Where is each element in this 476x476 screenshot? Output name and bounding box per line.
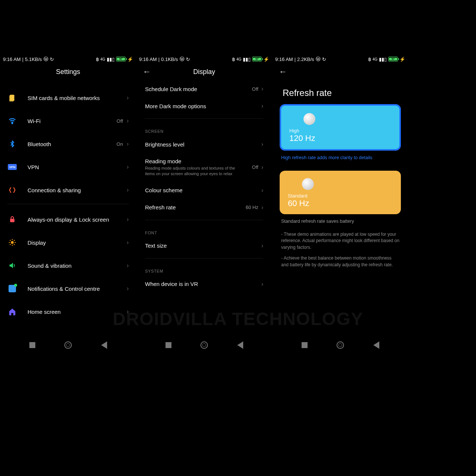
home-button[interactable] [200,341,208,349]
chevron-right-icon: › [127,285,129,292]
chevron-right-icon: › [127,187,129,193]
refresh-note-standard: Standard refresh rate saves battery [272,217,408,231]
display-item-label: Schedule Dark mode [145,86,252,92]
recent-apps-button[interactable] [302,342,308,348]
display-item-refresh[interactable]: Refresh rate 60 Hz › [136,199,272,216]
signal-icon: 4G [100,57,105,61]
refresh-hz-value: 60 Hz [288,199,393,208]
home-button[interactable] [64,341,72,349]
vpn-icon: VPN [7,162,17,172]
bluetooth-icon: ฿ [96,57,99,62]
settings-item-bluetooth[interactable]: Bluetooth On › [0,132,136,155]
sync-icon: ↻ [322,57,326,62]
chevron-right-icon: › [127,308,129,315]
refresh-option-standard[interactable]: Standard 60 Hz [280,171,401,214]
signal-bars-icon: ▮▮▯ [243,57,251,62]
display-item-more-dark[interactable]: More Dark mode options › [136,97,272,115]
settings-item-label: SIM cards & mobile networks [28,95,127,101]
svg-rect-1 [9,96,14,102]
charging-icon: ⚡ [399,57,405,62]
settings-item-sound[interactable]: Sound & vibration › [0,254,136,277]
refresh-tier-label: High [289,128,391,134]
chevron-right-icon: › [127,141,129,147]
display-item-vr[interactable]: When device is in VR › [136,276,272,293]
display-item-textsize[interactable]: Text size › [136,237,272,254]
settings-item-wifi[interactable]: Wi-Fi Off › [0,109,136,132]
bluetooth-icon: ฿ [232,57,235,62]
display-item-colour[interactable]: Colour scheme › [136,182,272,199]
recent-apps-button[interactable] [165,342,171,348]
settings-item-connection[interactable]: Connection & sharing › [0,178,136,202]
status-time: 9:16 AM [3,57,21,62]
chevron-right-icon: › [261,242,263,249]
display-item-label: Colour scheme [145,187,261,193]
settings-item-label: VPN [28,164,127,170]
status-bar: 9:16 AM | 5.1KB/s Ⓦ ↻ ฿ 4G ▮▮▯ 97 ⚡ [0,55,136,63]
display-item-reading[interactable]: Reading mode Reading mode adjusts colour… [136,153,272,182]
wifi-icon [7,116,17,126]
display-item-label: When device is in VR [145,281,261,287]
back-button[interactable] [101,341,107,349]
page-title: Display [152,68,257,76]
settings-item-vpn[interactable]: VPN VPN › [0,155,136,178]
status-time: 9:16 AM [275,57,293,62]
charging-icon: ⚡ [263,57,269,62]
settings-item-label: Home screen [28,309,127,315]
refresh-note-high: High refresh rate adds more clarity to d… [272,154,408,167]
settings-item-value: On [116,141,123,147]
settings-item-sim[interactable]: SIM cards & mobile networks › [0,86,136,109]
svg-rect-3 [10,219,15,222]
charging-icon: ⚡ [127,57,133,62]
home-button[interactable] [337,341,344,349]
back-button[interactable] [373,341,379,349]
settings-item-aod[interactable]: Always-on display & Lock screen › [0,208,136,231]
display-item-schedule-dark[interactable]: Schedule Dark mode Off › [136,80,272,97]
svg-line-12 [10,244,11,245]
chevron-right-icon: › [261,204,263,211]
svg-line-11 [14,240,15,241]
settings-item-label: Sound & vibration [28,263,127,269]
chevron-right-icon: › [261,187,263,194]
refresh-fineprint: - Achieve the best balance between motio… [272,254,408,272]
display-item-value: 60 Hz [246,205,258,210]
settings-item-value: Off [117,118,123,124]
section-header: SYSTEM [136,262,272,276]
chevron-right-icon: › [261,164,263,171]
settings-item-home[interactable]: Home screen › [0,300,136,323]
svg-line-9 [10,240,11,241]
chevron-right-icon: › [261,281,263,287]
display-item-label: Reading mode [145,158,252,164]
refresh-fineprint: - These demo animations are played at lo… [272,231,408,254]
display-item-brightness[interactable]: Brightness level › [136,136,272,153]
share-icon [7,185,17,195]
settings-screen: 9:16 AM | 5.1KB/s Ⓦ ↻ ฿ 4G ▮▮▯ 97 ⚡ Sett… [0,0,136,476]
settings-item-notifications[interactable]: Notifications & Control centre › [0,277,136,300]
sync-icon: ↻ [186,57,190,62]
back-arrow-button[interactable]: ← [143,67,152,77]
whatsapp-icon: Ⓦ [316,56,321,62]
signal-bars-icon: ▮▮▯ [107,57,115,62]
signal-bars-icon: ▮▮▯ [379,57,387,62]
display-item-label: Text size [145,242,261,249]
sound-icon [7,261,17,270]
section-header: SCREEN [136,122,272,136]
display-item-label: Refresh rate [145,204,246,210]
bluetooth-icon: ฿ [368,57,371,62]
chevron-right-icon: › [127,164,129,170]
back-button[interactable] [237,341,243,349]
home-icon [7,307,17,316]
refresh-option-high[interactable]: High 120 Hz [280,104,401,151]
nav-bar [0,338,136,353]
chevron-right-icon: › [261,103,263,109]
demo-ball-icon [302,178,314,190]
recent-apps-button[interactable] [29,342,35,348]
settings-item-display[interactable]: Display › [0,231,136,254]
section-header: FONT [136,224,272,237]
back-arrow-button[interactable]: ← [279,67,288,77]
display-item-desc: Reading mode adjusts colours and texture… [145,165,242,177]
status-time: 9:16 AM [139,57,157,62]
chevron-right-icon: › [127,94,129,101]
whatsapp-icon: Ⓦ [180,56,184,62]
signal-icon: 4G [237,57,241,61]
chevron-right-icon: › [127,239,129,246]
